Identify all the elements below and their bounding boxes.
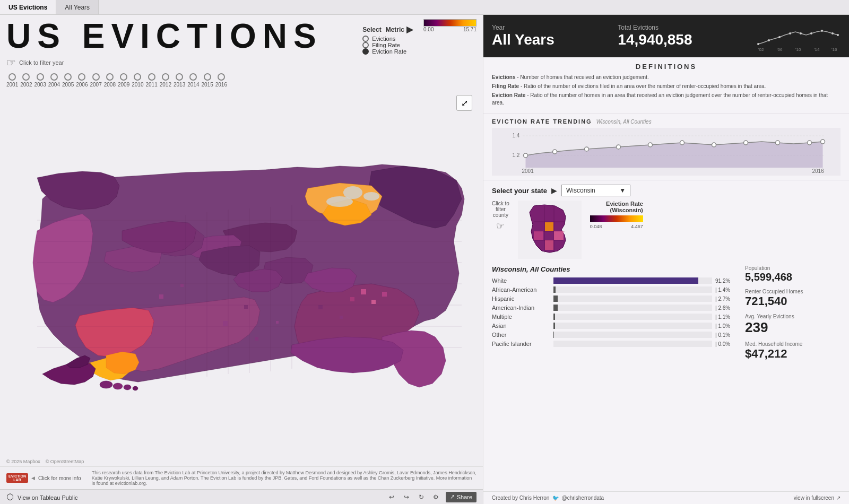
tab-all-years[interactable]: All Years [56,0,99,14]
metric-eviction-rate[interactable]: Eviction Rate [362,48,413,55]
legend-labels: 0.00 15.71 [423,27,477,32]
year-radio-2004[interactable] [50,73,58,81]
year-radio-2013[interactable] [176,73,183,81]
state-dropdown[interactable]: Wisconsin ▼ [561,185,630,196]
svg-point-41 [831,32,834,34]
svg-rect-7 [276,321,279,324]
year-radio-2010[interactable] [134,73,141,81]
year-item-2009[interactable]: 2009 [118,73,129,88]
year-item-2015[interactable]: 2015 [202,73,213,88]
expand-button[interactable]: ⤢ [456,95,472,111]
year-radio-2011[interactable] [148,73,155,81]
svg-point-64 [821,140,825,144]
svg-rect-68 [545,222,553,231]
year-radio-2009[interactable] [120,73,127,81]
year-item-2006[interactable]: 2006 [76,73,88,88]
view-fullscreen-link[interactable]: view in fullscreen ↗ [794,495,841,501]
us-map-svg[interactable] [0,90,483,457]
def-evictions: Evictions - Number of homes that receive… [492,74,841,81]
svg-point-63 [808,141,812,145]
redo-button[interactable]: ↪ [401,492,412,502]
demo-bar-african-american [553,286,556,293]
map-header: US EVICTIONS ☞ Click to filter year 2001… [0,15,483,90]
year-radio-2015[interactable] [204,73,211,81]
stats-header: Year All Years Total Evictions 14,940,85… [483,15,849,57]
svg-point-62 [776,141,780,145]
svg-text:'16: '16 [831,47,837,52]
fullscreen-icon: ↗ [836,495,841,501]
metric-evictions[interactable]: Evictions [362,36,413,42]
year-radio-2006[interactable] [78,73,85,81]
year-item-2016[interactable]: 2016 [215,73,227,88]
year-item-2013[interactable]: 2013 [174,73,185,88]
radio-eviction-rate[interactable] [362,48,369,55]
wisconsin-map[interactable] [518,201,582,259]
demographics-title: Wisconsin, All Counties [492,265,737,273]
svg-rect-12 [361,289,366,294]
year-item-2008[interactable]: 2008 [104,73,116,88]
tableau-view-link[interactable]: ⬡ View on Tableau Public [6,492,77,502]
svg-point-54 [524,153,528,158]
year-item-2001[interactable]: 2001 [6,73,18,88]
demo-bar-american-indian [553,305,558,311]
click-county-filter[interactable]: Click to filter county ☞ [492,201,509,232]
year-item-2014[interactable]: 2014 [187,73,199,88]
year-item-2003[interactable]: 2003 [34,73,46,88]
svg-text:2016: 2016 [812,168,825,174]
left-panel: US EVICTIONS ☞ Click to filter year 2001… [0,15,483,504]
color-legend: 0.00 15.71 [423,19,477,32]
year-item-2002[interactable]: 2002 [20,73,32,88]
metric-filing-rate[interactable]: Filing Rate [362,42,413,48]
rate-legend-labels: 0.048 4.467 [590,224,643,229]
creator-credit: Created by Chris Herron 🐦 @chrisherronda… [492,495,604,501]
year-radio-2001[interactable] [8,73,16,81]
wisconsin-svg[interactable] [518,201,582,259]
svg-rect-15 [350,297,354,301]
year-radio-2014[interactable] [189,73,197,81]
year-radio-2005[interactable] [64,73,72,81]
arrow-left-icon: ◀ [31,475,35,481]
definitions-title: DEFINITIONS [492,63,841,71]
click-filter-label[interactable]: ☞ Click to filter year [6,56,352,69]
svg-point-30 [113,383,123,389]
map-copyright: © 2025 Mapbox © OpenStreetMap [0,457,483,466]
year-radio-2016[interactable] [218,73,225,81]
svg-point-56 [585,147,589,151]
year-item-2011[interactable]: 2011 [146,73,158,88]
trend-chart-svg: 1.4 1.2 [492,128,841,176]
demo-row-other: Other | 0.1% [492,332,737,338]
year-item-2004[interactable]: 2004 [48,73,60,88]
svg-point-34 [757,43,759,45]
click-more-info[interactable]: Click for more info [38,475,81,481]
share-button[interactable]: ↗ Share [446,492,477,502]
svg-text:2001: 2001 [522,168,534,174]
year-radio-2012[interactable] [162,73,169,81]
year-radio-2002[interactable] [22,73,30,81]
year-radio-2008[interactable] [106,73,114,81]
mini-trend-chart: '02 '06 '10 '14 '16 [756,20,841,52]
radio-filing-rate[interactable] [362,42,369,48]
undo-button[interactable]: ↩ [386,492,397,502]
year-item-2007[interactable]: 2007 [90,73,102,88]
title-block: US EVICTIONS ☞ Click to filter year 2001… [6,19,352,88]
year-radio-2007[interactable] [92,73,100,81]
radio-evictions[interactable] [362,36,369,42]
svg-point-60 [712,143,716,147]
settings-icon[interactable]: ⚙ [431,492,441,502]
demo-row-african-american: African-American | 1.4% [492,286,737,293]
tab-us-evictions[interactable]: US Evictions [0,0,56,14]
year-item-2012[interactable]: 2012 [160,73,171,88]
svg-point-38 [800,32,802,34]
year-radio-2003[interactable] [37,73,44,81]
svg-point-42 [837,34,839,36]
map-area[interactable]: ⤢ [0,90,483,457]
year-item-2010[interactable]: 2010 [132,73,143,88]
svg-text:1.2: 1.2 [513,152,520,158]
refresh-button[interactable]: ↻ [416,492,427,502]
stat-household-income: Med. Household Income $47,212 [745,341,841,361]
demo-bar-asian [553,323,555,329]
year-item-2005[interactable]: 2005 [62,73,74,88]
metric-selector: Select Metric ▶ Evictions Filing Rate Ev… [362,24,413,55]
gradient-bar [423,19,477,27]
svg-point-39 [810,32,812,34]
